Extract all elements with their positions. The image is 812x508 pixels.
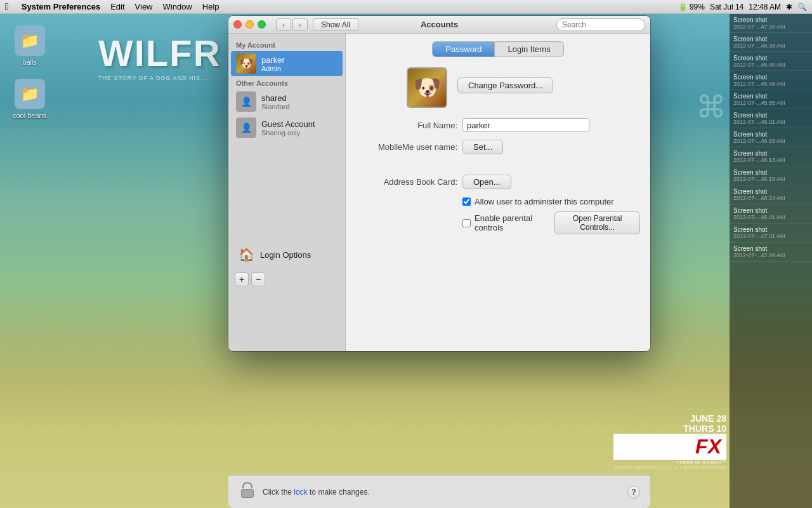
search-input[interactable] (556, 18, 645, 31)
traffic-lights (233, 20, 266, 29)
menubar-edit[interactable]: Edit (105, 2, 129, 11)
admin-checkbox[interactable] (462, 197, 471, 206)
menubar-window[interactable]: Window (158, 2, 197, 11)
guest-avatar: 👤 (236, 117, 256, 138)
lock-link[interactable]: lock (294, 488, 307, 497)
guest-info: Guest Account Sharing only (261, 119, 315, 137)
tab-group: Password Login Items (432, 41, 563, 57)
set-button[interactable]: Set... (462, 140, 503, 154)
show-all-button[interactable]: Show All (313, 18, 358, 31)
lock-message: Click the lock to make changes. (263, 488, 370, 497)
fx-advertisement: JUNE 28 THURS 10 FX THERE IS NO BOX™ ©20… (613, 413, 726, 470)
sidebar-item-shared[interactable]: 👤 shared Standard (231, 89, 343, 114)
open-parental-controls-button[interactable]: Open Parental Controls... (554, 211, 640, 234)
open-address-book-button[interactable]: Open... (462, 175, 511, 189)
sidebar-item-guest[interactable]: 👤 Guest Account Sharing only (231, 115, 343, 140)
back-button[interactable]: ‹ (276, 18, 291, 31)
fx-date: JUNE 28 (613, 413, 726, 424)
sidebar-item-login-options[interactable]: 🏠 Login Options (231, 242, 343, 267)
screenshot-item-1[interactable]: Screen shot2012-07-...45.33 AM (730, 33, 812, 52)
cool-beans-label: cool beans (13, 112, 46, 119)
lock-icon[interactable] (239, 482, 256, 502)
screenshot-item-6[interactable]: Screen shot2012-07-...46.09 AM (730, 128, 812, 147)
guest-name: Guest Account (261, 119, 315, 129)
lock-body (241, 489, 254, 498)
titlebar: ‹ › Show All Accounts (228, 16, 650, 34)
main-content: Password Login Items 🐶 Change Password..… (346, 34, 650, 351)
parker-role: Admin (261, 65, 285, 72)
tab-password[interactable]: Password (433, 42, 494, 57)
date-display: Sat Jul 14 (710, 3, 743, 11)
profile-photo[interactable]: 🐶 (407, 67, 447, 108)
parker-info: parker Admin (261, 55, 285, 72)
shared-role: Standard (261, 103, 290, 110)
address-book-label: Address Book Card: (356, 177, 457, 187)
screenshot-item-2[interactable]: Screen shot2012-07-...45.40 AM (730, 52, 812, 71)
desktop-icons: 📁 balls 📁 cool beans (13, 25, 46, 119)
menubar:  System Preferences Edit View Window He… (0, 0, 812, 14)
change-password-button[interactable]: Change Password... (457, 77, 553, 93)
full-name-label: Full Name: (356, 121, 457, 130)
mobileme-label: MobileMe user name: (356, 142, 457, 152)
shared-name: shared (261, 93, 290, 103)
fx-day: THURS 10 (613, 424, 726, 434)
admin-checkbox-row: Allow user to administer this computer (462, 197, 640, 206)
screenshot-item-8[interactable]: Screen shot2012-07-...46.19 AM (730, 166, 812, 185)
menubar-help[interactable]: Help (197, 2, 225, 11)
bottom-bar: Click the lock to make changes. ? (228, 475, 650, 508)
login-options-label: Login Options (260, 250, 311, 260)
minimize-button[interactable] (246, 20, 254, 29)
lock-shackle (242, 482, 252, 488)
menubar-view[interactable]: View (130, 2, 158, 11)
screenshot-item-0[interactable]: Screen shot2012-07-...47.26 AM (730, 14, 812, 33)
balls-label: balls (22, 58, 37, 66)
cmd-key-display: ⌘ (696, 89, 726, 124)
desktop-icon-cool-beans[interactable]: 📁 cool beans (13, 79, 46, 119)
address-book-row: Address Book Card: Open... (356, 175, 640, 189)
parental-controls-label: Enable parental controls (475, 213, 546, 232)
screenshot-item-7[interactable]: Screen shot2012-07-...46.13 AM (730, 147, 812, 166)
tabs: Password Login Items (356, 41, 640, 57)
guest-role: Sharing only (261, 129, 315, 137)
fx-tagline: THERE IS NO BOX™ (613, 460, 726, 465)
forward-button[interactable]: › (292, 18, 308, 31)
accounts-window: ‹ › Show All Accounts My Account 🐶 parke… (228, 16, 650, 351)
screenshot-item-12[interactable]: Screen shot2012-07-...47.09 AM (730, 243, 812, 262)
house-icon: 🏠 (237, 246, 255, 264)
wallpaper-title: WILFR (98, 32, 221, 74)
screenshot-item-4[interactable]: Screen shot2012-07-...45.55 AM (730, 90, 812, 109)
screenshot-item-3[interactable]: Screen shot2012-07-...45.48 AM (730, 71, 812, 90)
add-account-button[interactable]: + (235, 272, 249, 286)
bluetooth-icon: ✱ (786, 3, 792, 11)
search-menubar-icon[interactable]: 🔍 (797, 3, 807, 11)
fx-network: FX (613, 434, 726, 460)
full-name-row: Full Name: (356, 118, 640, 132)
screenshot-item-10[interactable]: Screen shot2012-07-...46.41 AM (730, 204, 812, 224)
full-name-input[interactable] (462, 118, 589, 132)
sidebar-item-parker[interactable]: 🐶 parker Admin (231, 51, 343, 76)
remove-account-button[interactable]: − (251, 272, 265, 286)
screenshot-item-5[interactable]: Screen shot2012-07-...46.01 AM (730, 109, 812, 128)
navigation-buttons: ‹ › (276, 18, 308, 31)
shared-avatar: 👤 (236, 91, 256, 112)
parker-avatar: 🐶 (236, 53, 256, 74)
desktop-icon-balls[interactable]: 📁 balls (13, 25, 46, 66)
shared-info: shared Standard (261, 93, 290, 110)
fx-copyright: ©2012 FX NETWORKS, LLC. ALL RIGHTS RESER… (613, 465, 726, 470)
other-accounts-section-label: Other Accounts (228, 77, 345, 88)
screenshot-item-11[interactable]: Screen shot2012-07-...47.01 AM (730, 224, 812, 243)
tab-login-items[interactable]: Login Items (495, 42, 563, 57)
menubar-system-preferences[interactable]: System Preferences (16, 2, 105, 11)
parker-name: parker (261, 55, 285, 65)
screenshot-item-9[interactable]: Screen shot2012-07-...46.24 AM (730, 185, 812, 204)
parental-controls-row: Enable parental controls Open Parental C… (462, 211, 640, 234)
admin-checkbox-label: Allow user to administer this computer (475, 197, 614, 206)
close-button[interactable] (233, 20, 242, 29)
balls-icon: 📁 (15, 25, 45, 56)
help-button[interactable]: ? (627, 486, 640, 498)
parental-controls-checkbox[interactable] (462, 219, 471, 227)
apple-menu-icon[interactable]:  (5, 1, 9, 13)
window-body: My Account 🐶 parker Admin Other Accounts… (228, 34, 650, 351)
maximize-button[interactable] (258, 20, 266, 29)
accounts-sidebar: My Account 🐶 parker Admin Other Accounts… (228, 34, 346, 351)
